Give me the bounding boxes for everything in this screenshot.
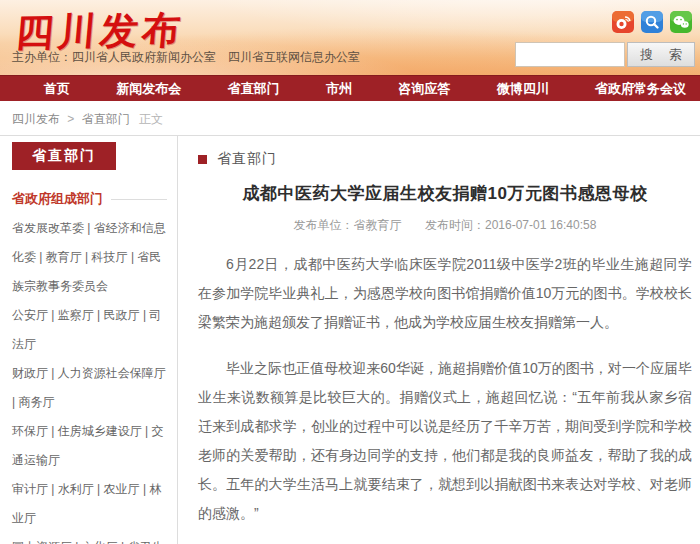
breadcrumb-site[interactable]: 四川发布 (12, 112, 60, 126)
wechat-icon[interactable] (670, 11, 692, 33)
sidebar-title: 省直部门 (12, 142, 116, 170)
article-paragraph: 毕业之际也正值母校迎来60华诞，施超捐赠价值10万的图书，对一个应届毕业生来说数… (198, 354, 692, 528)
search-input[interactable] (515, 42, 625, 67)
site-header: 四川发布 主办单位：四川省人民政府新闻办公室 四川省互联网信息办公室 (0, 0, 700, 75)
search-bar: 搜 索 (515, 42, 695, 67)
red-square-bullet-icon (198, 155, 207, 164)
nav-item-weibo-sichuan[interactable]: 微博四川 (497, 80, 549, 98)
breadcrumb-section[interactable]: 省直部门 (82, 112, 130, 126)
sidebar-link-row[interactable]: 国土资源厅 | 文化厅 | 省卫生计生委 (12, 533, 167, 544)
nav-item-press-conference[interactable]: 新闻发布会 (116, 80, 181, 98)
article-paragraph: 6月22日，成都中医药大学临床医学院2011级中医学2班的毕业生施超同学在参加学… (198, 250, 692, 337)
heading-rule (111, 199, 167, 200)
sidebar-links-group: 省发展改革委 | 省经济和信息化委 | 教育厅 | 科技厅 | 省民族宗教事务委… (12, 214, 167, 544)
nav-item-home[interactable]: 首页 (44, 80, 70, 98)
section-header: 省直部门 (198, 150, 692, 168)
search-button[interactable]: 搜 索 (627, 42, 695, 67)
sidebar-link-row[interactable]: 财政厅 | 人力资源社会保障厅 | 商务厅 (12, 359, 167, 417)
sponsor-line: 主办单位：四川省人民政府新闻办公室 四川省互联网信息办公室 (12, 49, 360, 66)
tencent-weibo-icon[interactable] (641, 11, 663, 33)
main-nav: 首页 新闻发布会 省直部门 市州 咨询应答 微博四川 省政府常务会议 (0, 75, 700, 101)
breadcrumb-current: 正文 (139, 112, 163, 126)
sidebar-link-row[interactable]: 审计厅 | 水利厅 | 农业厅 | 林业厅 (12, 475, 167, 533)
section-label: 省直部门 (217, 150, 277, 168)
nav-item-qa[interactable]: 咨询应答 (398, 80, 450, 98)
article-panel: 省直部门 成都中医药大学应届生校友捐赠10万元图书感恩母校 发布单位：省教育厅 … (178, 135, 700, 544)
content-area: 省直部门 省政府组成部门 省发展改革委 | 省经济和信息化委 | 教育厅 | 科… (0, 135, 700, 544)
nav-item-cities[interactable]: 市州 (326, 80, 352, 98)
sidebar-link-row[interactable]: 公安厅 | 监察厅 | 民政厅 | 司法厅 (12, 301, 167, 359)
sidebar: 省直部门 省政府组成部门 省发展改革委 | 省经济和信息化委 | 教育厅 | 科… (0, 135, 178, 544)
breadcrumb-separator: > (67, 112, 74, 126)
article-title: 成都中医药大学应届生校友捐赠10万元图书感恩母校 (198, 182, 692, 205)
sidebar-link-row[interactable]: 环保厅 | 住房城乡建设厅 | 交通运输厅 (12, 417, 167, 475)
nav-item-executive-meeting[interactable]: 省政府常务会议 (595, 80, 686, 98)
article-meta: 发布单位：省教育厅 发布时间：2016-07-01 16:40:58 (198, 217, 692, 234)
group-heading-label: 省政府组成部门 (12, 190, 103, 208)
nav-item-provincial-departments[interactable]: 省直部门 (228, 80, 280, 98)
breadcrumb: 四川发布 > 省直部门 正文 (0, 101, 700, 135)
social-icons (612, 11, 692, 33)
publish-time: 发布时间：2016-07-01 16:40:58 (425, 218, 596, 232)
publish-source: 发布单位：省教育厅 (294, 218, 402, 232)
sina-weibo-icon[interactable] (612, 11, 634, 33)
sidebar-group-heading: 省政府组成部门 (12, 190, 167, 208)
sidebar-link-row[interactable]: 省发展改革委 | 省经济和信息化委 | 教育厅 | 科技厅 | 省民族宗教事务委… (12, 214, 167, 301)
article-body: 6月22日，成都中医药大学临床医学院2011级中医学2班的毕业生施超同学在参加学… (198, 250, 692, 544)
